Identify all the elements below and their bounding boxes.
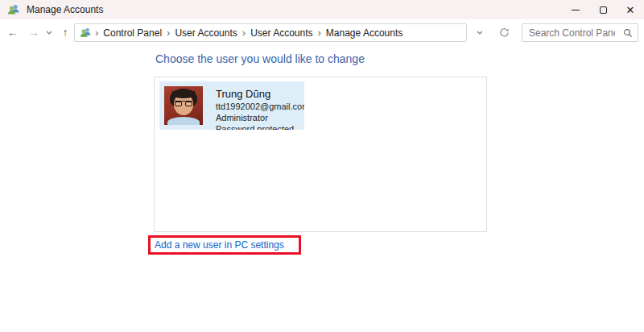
user-accounts-icon: [7, 3, 20, 16]
add-new-user-link[interactable]: Add a new user in PC settings: [151, 239, 284, 251]
user-accounts-icon: [80, 27, 92, 39]
address-dropdown-button[interactable]: [471, 23, 489, 42]
user-email: ttd1992002@gmail.com: [216, 101, 304, 112]
navigation-bar: ← → ↑ › Control Panel › User Accounts › …: [0, 19, 644, 45]
chevron-down-icon: [46, 31, 52, 35]
page-title: Choose the user you would like to change: [155, 52, 365, 65]
breadcrumb-separator: ›: [165, 27, 171, 39]
breadcrumb-item-control-panel[interactable]: Control Panel: [100, 27, 165, 39]
manage-accounts-window: Manage Accounts ✕ ← → ↑ ›: [0, 0, 644, 332]
window-controls: ✕: [562, 0, 644, 19]
forward-button[interactable]: →: [24, 23, 43, 42]
maximize-button[interactable]: [589, 0, 617, 19]
search-input[interactable]: [522, 27, 618, 39]
refresh-button[interactable]: [493, 23, 515, 42]
up-button[interactable]: ↑: [56, 23, 74, 42]
breadcrumb[interactable]: › Control Panel › User Accounts › User A…: [74, 23, 467, 42]
user-role: Administrator: [216, 112, 304, 123]
titlebar: Manage Accounts ✕: [0, 0, 644, 19]
breadcrumb-separator: ›: [241, 27, 247, 39]
user-protection-status: Password protected: [216, 123, 304, 130]
close-icon: ✕: [626, 5, 635, 15]
user-list-panel: Trung Dũng ttd1992002@gmail.com Administ…: [154, 77, 487, 232]
maximize-icon: [600, 6, 607, 14]
recent-pages-chevron-button[interactable]: [42, 23, 56, 42]
avatar: [164, 86, 203, 125]
annotation-highlight-box: Add a new user in PC settings: [148, 235, 301, 255]
window-title: Manage Accounts: [27, 4, 103, 15]
refresh-icon: [499, 27, 510, 38]
chevron-down-icon: [477, 31, 483, 35]
search-icon[interactable]: [618, 28, 638, 38]
breadcrumb-item-user-accounts-2[interactable]: User Accounts: [247, 27, 316, 39]
breadcrumb-separator: ›: [93, 27, 100, 39]
user-tile-trung-dung[interactable]: Trung Dũng ttd1992002@gmail.com Administ…: [159, 81, 304, 130]
search-box: [522, 23, 638, 42]
user-info: Trung Dũng ttd1992002@gmail.com Administ…: [208, 81, 304, 130]
minimize-button[interactable]: [562, 0, 589, 19]
minimize-icon: [572, 10, 580, 10]
close-button[interactable]: ✕: [617, 0, 644, 19]
back-button[interactable]: ←: [3, 23, 23, 42]
breadcrumb-item-manage-accounts[interactable]: Manage Accounts: [323, 27, 406, 39]
user-name: Trung Dũng: [216, 87, 304, 101]
breadcrumb-separator: ›: [316, 27, 323, 39]
breadcrumb-item-user-accounts[interactable]: User Accounts: [171, 27, 240, 39]
